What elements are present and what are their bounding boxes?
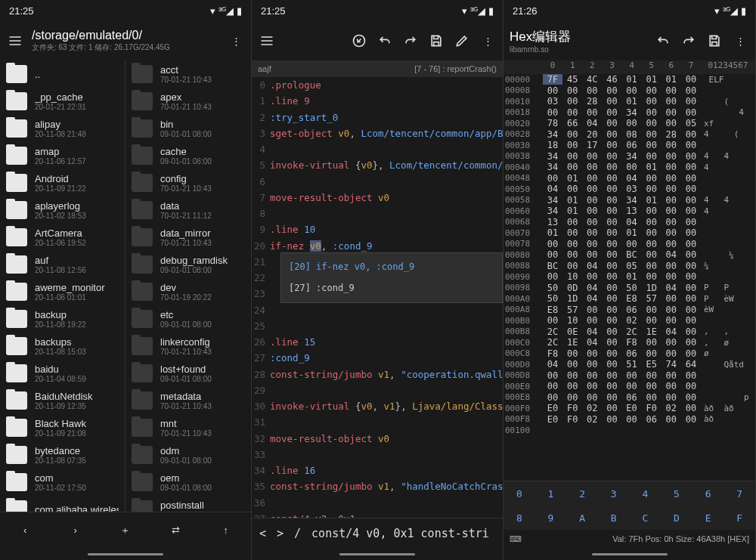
file-item[interactable]: com.alibaba.wireless [0, 496, 125, 512]
hex-row[interactable]: 000100300280001000000 ( [503, 96, 755, 107]
file-item[interactable]: baidu20-11-04 08:59 [0, 360, 125, 387]
hex-row[interactable]: 000780000000000000000 [503, 239, 755, 250]
file-item[interactable]: backups20-11-08 15:03 [0, 333, 125, 360]
hex-row[interactable]: 000700100000001000000 [503, 227, 755, 239]
key-4[interactable]: 4 [630, 481, 662, 506]
hex-row[interactable]: 00098500D0400501D0400P P [503, 283, 755, 294]
hex-row[interactable]: 0006034010000130000004 [503, 206, 755, 217]
file-item[interactable]: auf20-11-08 12:56 [0, 251, 125, 278]
key-2[interactable]: 2 [566, 481, 598, 506]
hex-row[interactable]: 000C8F800000006000000ø [503, 348, 755, 360]
hex-row[interactable]: 0003834000000340000004 4 [503, 151, 755, 162]
hex-row[interactable]: 000E80000000006000000 p [503, 392, 755, 404]
hex-row[interactable]: 000500400000003000000 [503, 184, 755, 195]
redo-icon[interactable] [680, 32, 698, 50]
file-item[interactable]: Android20-11-09 21:22 [0, 169, 125, 196]
hex-row[interactable]: 000B00010000002000000 [503, 315, 755, 326]
file-item[interactable]: cache09-01-01 08:00 [125, 142, 251, 169]
add-icon[interactable]: ＋ [116, 521, 135, 540]
file-item[interactable]: aweme_monitor20-11-06 01:01 [0, 278, 125, 305]
hex-keypad[interactable]: 0123456789ABCDEF [503, 481, 755, 530]
overflow-icon[interactable]: ⋮ [479, 32, 497, 50]
file-item[interactable]: debug_ramdisk09-01-01 08:00 [125, 251, 251, 278]
file-item[interactable]: bin09-01-01 08:00 [125, 115, 251, 142]
menu-icon[interactable] [6, 32, 24, 50]
compass-icon[interactable] [350, 32, 368, 50]
key-7[interactable]: 7 [723, 481, 755, 506]
hex-row[interactable]: 0004034000000000100004 [503, 162, 755, 173]
hex-row[interactable]: 000C02C1E0400F8000000, ø [503, 337, 755, 348]
key-1[interactable]: 1 [535, 481, 567, 506]
find-text[interactable]: const/4 v0, 0x1 const-stri [311, 527, 495, 540]
save-icon[interactable] [705, 32, 723, 50]
file-item[interactable]: data_mirror70-01-21 10:43 [125, 224, 251, 251]
hex-row[interactable]: 00088BC00040005000000¼ [503, 261, 755, 272]
key-F[interactable]: F [723, 506, 755, 530]
file-item[interactable]: config70-01-21 10:43 [125, 169, 251, 196]
file-item[interactable]: data70-01-21 11:12 [125, 196, 251, 224]
key-C[interactable]: C [630, 506, 662, 530]
file-item[interactable]: .. [0, 60, 125, 88]
hex-row[interactable]: 000007F454C4601010100 ELF [503, 74, 755, 85]
file-item[interactable]: acct70-01-21 10:43 [125, 60, 251, 88]
file-item[interactable]: metadata70-01-21 10:43 [125, 387, 251, 414]
code-editor[interactable]: 0.prologue1.line 92:try_start_03sget-obj… [252, 77, 503, 518]
hex-row[interactable]: 0008000000000BC000400 ¼ [503, 249, 755, 261]
overflow-icon[interactable]: ⋮ [731, 32, 749, 50]
file-item[interactable]: lost+found09-01-01 08:00 [125, 360, 251, 387]
up-icon[interactable]: ↑ [217, 521, 235, 540]
overflow-icon[interactable]: ⋮ [227, 32, 245, 50]
hex-row[interactable]: 000681300000004000000 [503, 217, 755, 228]
file-item[interactable]: com20-11-02 17:50 [0, 469, 125, 496]
redo-icon[interactable] [401, 32, 420, 50]
file-item[interactable]: amap20-11-06 12:57 [0, 142, 125, 169]
key-E[interactable]: E [692, 506, 724, 530]
hex-row[interactable]: 000D80000000000000000 [503, 370, 755, 382]
key-5[interactable]: 5 [661, 481, 692, 506]
file-item[interactable]: backup20-11-08 19:22 [0, 305, 125, 333]
hex-row[interactable]: 000480001000004000000 [503, 173, 755, 184]
hex-row[interactable]: 000F0E0F00200E0F00200àð àð [503, 403, 755, 414]
file-item[interactable]: oem09-01-01 08:00 [125, 469, 251, 496]
hex-row[interactable]: 000207866040000000005xf [503, 118, 755, 129]
file-item[interactable]: alipay20-11-08 21:48 [0, 115, 125, 142]
undo-icon[interactable] [376, 32, 394, 50]
key-3[interactable]: 3 [598, 481, 630, 506]
hex-row[interactable]: 00100 [503, 425, 755, 436]
hex-row[interactable]: 0005834010000340100004 4 [503, 195, 755, 206]
hex-row[interactable]: 000900010000001000000 [503, 271, 755, 283]
find-next[interactable]: > [277, 527, 284, 540]
key-6[interactable]: 6 [692, 481, 724, 506]
file-item[interactable]: bytedance20-11-08 07:35 [0, 441, 125, 469]
undo-icon[interactable] [654, 32, 672, 50]
file-item[interactable]: apex70-01-21 10:43 [125, 88, 251, 115]
keyboard-icon[interactable]: ⌨ [510, 534, 522, 544]
file-item[interactable]: BaiduNetdisk20-11-09 12:35 [0, 387, 125, 414]
save-icon[interactable] [427, 32, 445, 50]
file-item[interactable]: dev70-01-19 20:22 [125, 278, 251, 305]
fwd-icon[interactable]: › [67, 521, 85, 540]
hex-row[interactable]: 000A8E857000006000000èW [503, 305, 755, 316]
menu-icon[interactable] [258, 32, 276, 50]
hex-row[interactable]: 000B82C0E04002C1E0400, , [503, 326, 755, 338]
file-item[interactable]: aplayerlog20-11-02 18:53 [0, 196, 125, 224]
hex-row[interactable]: 000180000000034000000 4 [503, 107, 755, 119]
hex-row[interactable]: 000D00400000051E57464 Qåtd [503, 359, 755, 370]
hex-row[interactable]: 000A0501D0400E8570000P èW [503, 293, 755, 305]
key-8[interactable]: 8 [503, 506, 535, 530]
autocomplete-item[interactable]: [20] if-nez v0, :cond_9 [281, 256, 502, 277]
swap-icon[interactable]: ⇄ [166, 521, 184, 540]
file-item[interactable]: linkerconfig70-01-21 10:43 [125, 333, 251, 360]
key-D[interactable]: D [661, 506, 692, 530]
path[interactable]: /storage/emulated/0/ [32, 29, 219, 42]
hex-view[interactable]: 000007F454C4601010100 ELF000080000000000… [503, 74, 755, 481]
find-prev[interactable]: < [259, 527, 266, 540]
key-9[interactable]: 9 [535, 506, 567, 530]
edit-icon[interactable] [453, 32, 471, 50]
back-icon[interactable]: ‹ [16, 521, 34, 540]
key-B[interactable]: B [598, 506, 630, 530]
hex-row[interactable]: 000F8E0F0020000060000àð [503, 414, 755, 425]
hex-row[interactable]: 000080000000000000000 [503, 85, 755, 97]
hex-row[interactable]: 000E00000000000000000 [503, 381, 755, 392]
file-item[interactable]: mnt70-01-21 10:43 [125, 414, 251, 441]
